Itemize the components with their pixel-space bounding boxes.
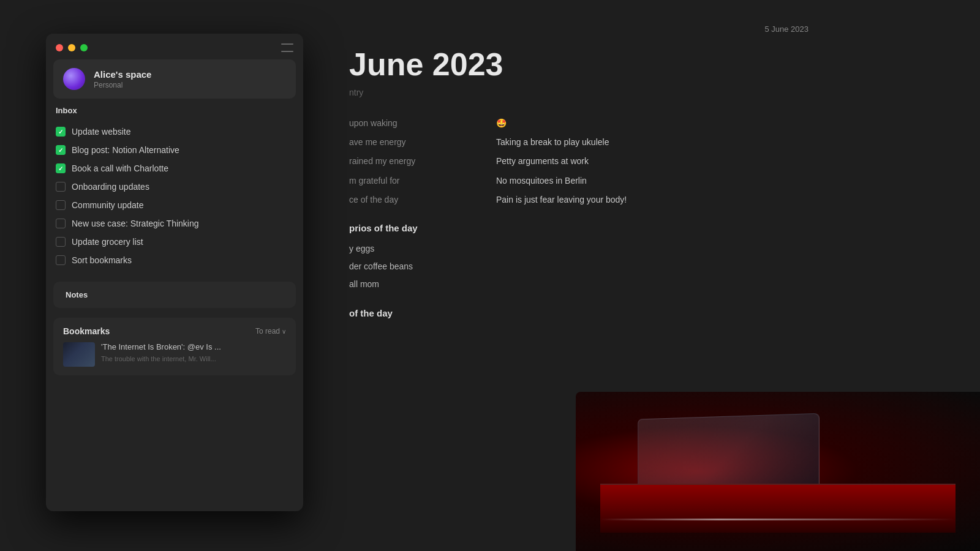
todo-text-8: Sort bookmarks	[72, 255, 132, 265]
prios-heading: prios of the day	[349, 220, 931, 236]
todo-item-6[interactable]: New use case: Strategic Thinking	[53, 214, 296, 233]
bookmark-desc: The trouble with the internet, Mr. Will.…	[101, 354, 221, 363]
todo-text-2: Blog post: Notion Alternative	[72, 145, 179, 155]
to-read-filter[interactable]: To read	[255, 327, 286, 335]
minimize-button[interactable]	[68, 44, 75, 51]
checkbox-8[interactable]	[56, 255, 66, 265]
todo-item-8[interactable]: Sort bookmarks	[53, 251, 296, 269]
title-bar	[46, 34, 303, 59]
todo-item-7[interactable]: Update grocery list	[53, 233, 296, 251]
bookmarks-header: Bookmarks To read	[63, 326, 286, 336]
photo-heading: of the day	[349, 305, 931, 321]
doc-row: ce of the day Pain is just fear leaving …	[349, 192, 931, 208]
toggle-line	[281, 51, 293, 52]
thumb-img	[63, 342, 95, 367]
bookmarks-title: Bookmarks	[63, 326, 110, 336]
todo-text-1: Update website	[72, 127, 131, 137]
todo-text-5: Community update	[72, 200, 144, 210]
workspace-type: Personal	[94, 81, 151, 89]
prio-item: all mom	[349, 277, 931, 292]
doc-row: m grateful for No mosquitoes in Berlin	[349, 173, 931, 189]
row-label: m grateful for	[349, 173, 447, 189]
bookmark-title: 'The Internet Is Broken': @ev Is ...	[101, 342, 221, 353]
prio-item: y eggs	[349, 241, 931, 257]
prios-list: y eggs der coffee beans all mom	[349, 241, 931, 293]
todo-item-4[interactable]: Onboarding updates	[53, 178, 296, 196]
row-value: Petty arguments at work	[496, 154, 589, 169]
row-label: rained my energy	[349, 154, 447, 169]
row-label: upon waking	[349, 116, 447, 131]
date-header: 5 June 2023	[49, 24, 931, 34]
checkbox-3[interactable]	[56, 163, 66, 173]
todo-text-3: Book a call with Charlotte	[72, 163, 168, 173]
notes-label: Notes	[63, 290, 286, 299]
checkbox-4[interactable]	[56, 182, 66, 192]
checkbox-2[interactable]	[56, 145, 66, 155]
bookmark-item-1[interactable]: 'The Internet Is Broken': @ev Is ... The…	[63, 342, 286, 367]
row-label: ce of the day	[349, 192, 447, 208]
sidebar-toggle-button[interactable]	[281, 43, 293, 52]
row-value: Pain is just fear leaving your body!	[496, 192, 627, 208]
car-body	[600, 484, 956, 533]
todo-item-1[interactable]: Update website	[53, 122, 296, 141]
notes-section: Notes	[53, 282, 296, 308]
doc-row: upon waking 🤩	[349, 116, 931, 131]
checkbox-7[interactable]	[56, 237, 66, 247]
sidebar-content: Inbox Update website Blog post: Notion A…	[46, 106, 303, 504]
checkbox-6[interactable]	[56, 219, 66, 228]
todo-item-5[interactable]: Community update	[53, 196, 296, 214]
row-value: Taking a break to play ukulele	[496, 135, 609, 150]
workspace-card[interactable]: Alice's space Personal	[53, 59, 296, 99]
checkbox-1[interactable]	[56, 127, 66, 137]
bookmarks-section: Bookmarks To read 'The Internet Is Broke…	[53, 318, 296, 375]
car-image	[600, 410, 956, 533]
workspace-name: Alice's space	[94, 69, 151, 80]
todo-item-3[interactable]: Book a call with Charlotte	[53, 159, 296, 178]
todo-item-2[interactable]: Blog post: Notion Alternative	[53, 141, 296, 159]
app-window: Alice's space Personal Inbox Update webs…	[46, 34, 303, 511]
photo-inner	[576, 392, 980, 551]
row-value: No mosquitoes in Berlin	[496, 173, 587, 189]
todo-list: Update website Blog post: Notion Alterna…	[53, 122, 296, 269]
workspace-info: Alice's space Personal	[94, 69, 151, 89]
toggle-line	[281, 43, 293, 45]
inbox-label: Inbox	[53, 106, 296, 115]
row-value: 🤩	[496, 116, 507, 131]
traffic-lights	[56, 44, 88, 51]
doc-row: rained my energy Petty arguments at work	[349, 154, 931, 169]
doc-row: ave me energy Taking a break to play uku…	[349, 135, 931, 150]
checkbox-5[interactable]	[56, 200, 66, 210]
prio-item: der coffee beans	[349, 259, 931, 274]
close-button[interactable]	[56, 44, 63, 51]
todo-text-7: Update grocery list	[72, 237, 143, 247]
todo-text-4: Onboarding updates	[72, 182, 149, 192]
workspace-avatar	[63, 68, 85, 90]
bookmark-thumbnail	[63, 342, 95, 367]
row-label: ave me energy	[349, 135, 447, 150]
bookmark-text: 'The Internet Is Broken': @ev Is ... The…	[101, 342, 221, 363]
todo-text-6: New use case: Strategic Thinking	[72, 219, 199, 228]
chrome-trim	[600, 519, 956, 520]
maximize-button[interactable]	[80, 44, 88, 51]
photo-area	[576, 392, 980, 551]
